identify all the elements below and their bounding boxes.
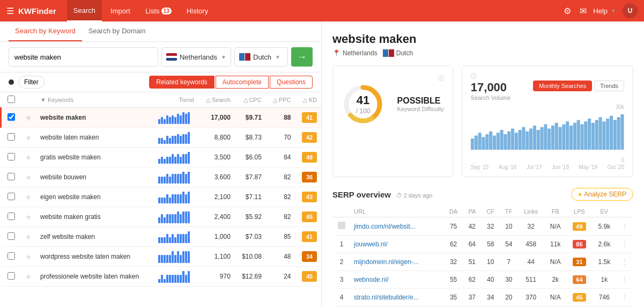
serp-col-lps[interactable]: LPS bbox=[567, 206, 592, 217]
filter-tab-autocomplete[interactable]: Autocomplete bbox=[216, 76, 269, 89]
serp-col-da[interactable]: DA bbox=[444, 206, 463, 217]
serp-url-0[interactable]: jimdo.com/nl/websit... bbox=[351, 217, 444, 236]
settings-icon[interactable]: ⚙ bbox=[564, 6, 571, 16]
row-checkbox-0[interactable] bbox=[8, 113, 15, 121]
star-icon-1[interactable]: ★ bbox=[25, 134, 32, 142]
keyword-link-1[interactable]: website laten maken bbox=[40, 134, 99, 141]
col-search[interactable]: △ Search bbox=[198, 92, 235, 108]
serp-cf-1: 58 bbox=[481, 236, 500, 253]
chart-y-zero: 0 bbox=[471, 157, 624, 163]
serp-lps-4: 45 bbox=[567, 289, 592, 306]
table-row[interactable]: ★ zelf website maken 1,000 $7.03 85 41 bbox=[1, 227, 322, 247]
filter-button[interactable]: Filter bbox=[18, 76, 45, 89]
row-checkbox-6[interactable] bbox=[8, 232, 15, 240]
table-row[interactable]: ★ gratis website maken 3,500 $6.05 84 48 bbox=[1, 148, 322, 167]
keyword-link-2[interactable]: gratis website maken bbox=[40, 154, 101, 161]
nav-import[interactable]: Import bbox=[104, 0, 137, 21]
serp-tf-3: 30 bbox=[500, 271, 517, 289]
col-kd[interactable]: △ KD bbox=[295, 92, 321, 108]
serp-col-links[interactable]: Links bbox=[518, 206, 544, 217]
table-row[interactable]: ★ website laten maken 8,800 $8.73 70 42 bbox=[1, 128, 322, 148]
serp-menu-4[interactable]: ⋮ bbox=[617, 289, 633, 306]
hamburger-icon[interactable]: ☰ bbox=[6, 6, 14, 16]
row-checkbox-7[interactable] bbox=[8, 252, 15, 260]
star-icon-3[interactable]: ★ bbox=[25, 173, 32, 181]
filter-tab-questions[interactable]: Questions bbox=[270, 76, 313, 89]
keyword-link-4[interactable]: eigen website maken bbox=[40, 193, 101, 201]
col-ppc[interactable]: △ PPC bbox=[266, 92, 295, 108]
tab-search-domain[interactable]: Search by Domain bbox=[82, 21, 152, 41]
serp-cf-4: 34 bbox=[481, 289, 500, 306]
star-icon-4[interactable]: ★ bbox=[25, 193, 32, 201]
table-row[interactable]: ★ eigen website maken 2,100 $7.11 82 43 bbox=[1, 187, 322, 207]
help-menu[interactable]: Help ▼ bbox=[593, 7, 616, 15]
star-icon-0[interactable]: ★ bbox=[25, 114, 32, 122]
serp-url-3[interactable]: webnode.nl/ bbox=[351, 271, 444, 289]
star-icon-5[interactable]: ★ bbox=[25, 213, 32, 221]
user-avatar[interactable]: U bbox=[623, 3, 638, 18]
chart-tab-trends[interactable]: Trends bbox=[594, 81, 624, 91]
col-trend[interactable]: Trend bbox=[154, 92, 198, 108]
serp-menu-3[interactable]: ⋮ bbox=[617, 271, 633, 289]
serp-links-0: 32 bbox=[518, 217, 544, 236]
keyword-link-7[interactable]: wordpress website laten maken bbox=[40, 253, 130, 260]
table-row[interactable]: ★ website maken gratis 2,400 $5.92 82 45 bbox=[1, 207, 322, 227]
nav-lists[interactable]: Lists 13 bbox=[139, 0, 178, 21]
keyword-link-6[interactable]: zelf website maken bbox=[40, 233, 95, 240]
table-row[interactable]: ★ wordpress website laten maken 1,100 $1… bbox=[1, 247, 322, 267]
search-input[interactable] bbox=[9, 47, 158, 67]
messages-icon[interactable]: ✉ bbox=[580, 6, 587, 16]
select-all-checkbox[interactable] bbox=[8, 96, 15, 103]
chart-tab-monthly[interactable]: Monthly Searches bbox=[533, 81, 592, 91]
serp-url-2[interactable]: mijndomein.nl/eigen-... bbox=[351, 253, 444, 271]
serp-fb-0: N/A bbox=[544, 217, 567, 236]
col-cpc[interactable]: △ CPC bbox=[235, 92, 266, 108]
language-select[interactable]: Dutch ▼ bbox=[234, 47, 288, 67]
col-keywords[interactable]: ▼ Keywords bbox=[36, 92, 154, 108]
serp-menu-1[interactable]: ⋮ bbox=[617, 236, 633, 253]
star-icon-2[interactable]: ★ bbox=[25, 154, 32, 162]
metrics-row: ⓘ 41 / 100 POSSIBLE bbox=[332, 65, 633, 177]
chart-bars-area bbox=[471, 112, 624, 155]
keyword-link-5[interactable]: website maken gratis bbox=[40, 213, 101, 221]
table-row[interactable]: ★ website maken 17,000 $9.71 88 41 bbox=[1, 108, 322, 128]
serp-menu-0[interactable]: ⋮ bbox=[617, 217, 633, 236]
table-row[interactable]: ★ website bouwen 3,600 $7.87 82 36 bbox=[1, 167, 322, 187]
filter-tab-related[interactable]: Related keywords bbox=[149, 76, 214, 89]
row-checkbox-4[interactable] bbox=[8, 193, 15, 200]
tab-search-keyword[interactable]: Search by Keyword bbox=[9, 21, 82, 41]
serp-col-ev[interactable]: EV bbox=[592, 206, 616, 217]
serp-url-1[interactable]: jouwweb.nl/ bbox=[351, 236, 444, 253]
chart-info-icon[interactable]: ⓘ bbox=[471, 72, 477, 81]
row-checkbox-3[interactable] bbox=[8, 173, 15, 180]
serp-col-pa[interactable]: PA bbox=[463, 206, 481, 217]
left-panel: Search by Keyword Search by Domain Nethe… bbox=[0, 21, 322, 307]
filter-dot bbox=[9, 79, 14, 85]
serp-col-fb[interactable]: FB bbox=[544, 206, 567, 217]
star-icon-8[interactable]: ★ bbox=[25, 273, 32, 281]
country-select[interactable]: Netherlands ▼ bbox=[161, 47, 231, 67]
keyword-link-0[interactable]: website maken bbox=[40, 114, 86, 121]
row-checkbox-5[interactable] bbox=[8, 213, 15, 220]
nav-history[interactable]: History bbox=[180, 0, 214, 21]
search-volume-cell-6: 1,000 bbox=[198, 227, 235, 247]
serp-col-tf[interactable]: TF bbox=[500, 206, 517, 217]
row-checkbox-1[interactable] bbox=[8, 133, 15, 141]
serp-col-cf[interactable]: CF bbox=[481, 206, 500, 217]
row-checkbox-2[interactable] bbox=[8, 153, 15, 160]
serp-menu-2[interactable]: ⋮ bbox=[617, 253, 633, 271]
serp-url-4[interactable]: strato.nl/sitebuilder/e... bbox=[351, 289, 444, 306]
keyword-link-3[interactable]: website bouwen bbox=[40, 173, 86, 181]
star-icon-7[interactable]: ★ bbox=[25, 253, 32, 261]
ppc-cell-3: 82 bbox=[266, 167, 295, 187]
analyze-serp-button[interactable]: ● Analyze SERP bbox=[571, 188, 633, 201]
keyword-link-8[interactable]: professionele website laten maken bbox=[40, 273, 139, 280]
chart-bar-2 bbox=[478, 133, 481, 150]
table-row[interactable]: ★ professionele website laten maken 970 … bbox=[1, 267, 322, 287]
serp-pos-3: 3 bbox=[332, 271, 351, 289]
nav-search[interactable]: Search bbox=[67, 0, 102, 21]
row-checkbox-8[interactable] bbox=[8, 272, 15, 280]
star-icon-6[interactable]: ★ bbox=[25, 233, 32, 241]
search-go-button[interactable]: → bbox=[291, 47, 313, 67]
kd-info-icon[interactable]: ⓘ bbox=[342, 75, 444, 83]
